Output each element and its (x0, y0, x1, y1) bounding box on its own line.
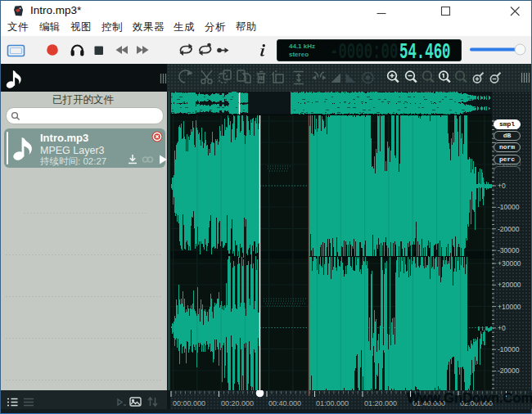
svg-text:01:00.000: 01:00.000 (316, 399, 349, 407)
svg-text:+0: +0 (498, 324, 506, 332)
svg-text:01:20.000: 01:20.000 (364, 399, 397, 407)
svg-text:+0: +0 (498, 182, 506, 190)
svg-text:-30000: -30000 (498, 246, 520, 254)
svg-text:+20000: +20000 (498, 281, 521, 289)
svg-text:-20000: -20000 (498, 367, 520, 375)
svg-text:-10000: -10000 (498, 345, 520, 353)
svg-text:+10000: +10000 (498, 303, 521, 311)
svg-text:00:00.000: 00:00.000 (173, 399, 205, 407)
svg-text:-20000: -20000 (498, 225, 520, 233)
svg-text:+30000: +30000 (498, 259, 521, 268)
svg-text:00:20.000: 00:20.000 (221, 399, 254, 407)
svg-text:00:40.000: 00:40.000 (268, 399, 301, 407)
svg-text:-10000: -10000 (498, 203, 520, 211)
